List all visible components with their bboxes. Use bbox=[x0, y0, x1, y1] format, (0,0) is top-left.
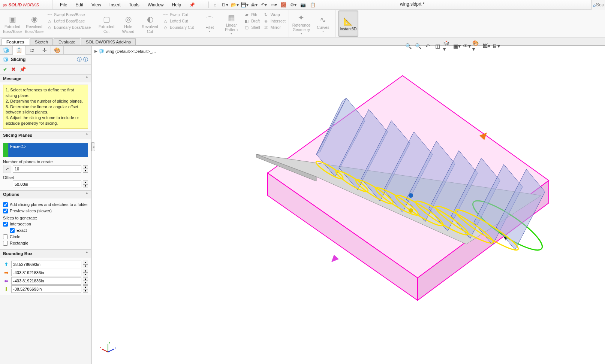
chevron-up-icon[interactable]: ˄ bbox=[86, 192, 88, 197]
swept-boss-button[interactable]: 〰Swept Boss/Base bbox=[46, 12, 91, 17]
menu-tools[interactable]: Tools bbox=[125, 1, 143, 9]
section-view-icon[interactable]: ◫ bbox=[433, 42, 442, 50]
spin-down-button[interactable]: ▼ bbox=[83, 184, 88, 188]
edit-appearance-icon[interactable]: 🎨▾ bbox=[472, 42, 481, 50]
linear-pattern-button[interactable]: ▦Linear Pattern▾ bbox=[221, 10, 241, 37]
open-icon[interactable]: 📂▾ bbox=[231, 1, 239, 9]
pm-pushpin-icon[interactable]: 📌 bbox=[19, 66, 26, 72]
slicing-plane-selection[interactable]: Face<1> bbox=[8, 143, 88, 157]
revolved-cut-button[interactable]: ◐Revolved Cut bbox=[140, 10, 160, 37]
undo-icon[interactable]: ↶▾ bbox=[260, 1, 268, 9]
panel-splitter[interactable]: ◂ bbox=[91, 142, 95, 151]
spin-up-button[interactable]: ▲ bbox=[83, 277, 88, 281]
spin-down-button[interactable]: ▼ bbox=[83, 289, 88, 293]
add-folder-checkbox[interactable]: Add slicing planes and sketches to a fol… bbox=[3, 202, 88, 207]
hole-wizard-button[interactable]: ◎Hole Wizard bbox=[118, 10, 138, 37]
expand-tree-icon[interactable]: ▶ bbox=[94, 49, 97, 53]
bbox-right-input[interactable] bbox=[11, 269, 81, 276]
pm-cancel-button[interactable]: ✖ bbox=[11, 66, 16, 72]
menu-edit[interactable]: Edit bbox=[72, 1, 87, 9]
bbox-down-input[interactable] bbox=[11, 285, 81, 293]
save-icon[interactable]: 💾▾ bbox=[240, 1, 249, 9]
menu-window[interactable]: Window bbox=[144, 1, 168, 9]
bbox-left-input[interactable] bbox=[11, 277, 81, 285]
new-doc-icon[interactable]: 🗋▾ bbox=[221, 1, 229, 9]
shell-button[interactable]: ▢Shell bbox=[243, 25, 261, 30]
boundary-boss-button[interactable]: ◇Boundary Boss/Base bbox=[46, 25, 91, 30]
swept-cut-button[interactable]: 〰Swept Cut bbox=[162, 12, 195, 17]
feature-manager-tab-icon[interactable]: 🧊 bbox=[0, 46, 13, 54]
menu-view[interactable]: View bbox=[88, 1, 105, 9]
circle-checkbox[interactable]: Circle bbox=[3, 234, 88, 239]
property-manager-tab-icon[interactable]: 📋 bbox=[13, 46, 25, 55]
spin-down-button[interactable]: ▼ bbox=[83, 281, 88, 285]
spin-down-button[interactable]: ▼ bbox=[83, 169, 88, 173]
orientation-triad[interactable]: x y z bbox=[99, 339, 117, 357]
apply-scene-icon[interactable]: 🖼▾ bbox=[482, 42, 490, 50]
configuration-manager-tab-icon[interactable]: 🗂 bbox=[25, 46, 38, 54]
extruded-boss-button[interactable]: ▣Extruded Boss/Base bbox=[2, 10, 22, 37]
lofted-cut-button[interactable]: △Lofted Cut bbox=[162, 18, 195, 24]
pm-help-icon[interactable]: ⓘ bbox=[83, 56, 88, 63]
chevron-up-icon[interactable]: ˄ bbox=[86, 251, 88, 256]
select-icon[interactable]: ▭▾ bbox=[270, 1, 278, 9]
intersection-checkbox[interactable]: Intersection bbox=[3, 222, 88, 227]
spin-up-button[interactable]: ▲ bbox=[83, 285, 88, 289]
boundary-cut-button[interactable]: ◇Boundary Cut bbox=[162, 25, 195, 30]
lofted-boss-button[interactable]: △Lofted Boss/Base bbox=[46, 18, 91, 24]
intersect-button[interactable]: ⊗Intersect bbox=[262, 18, 286, 24]
pm-help-detailed-icon[interactable]: ⓘ bbox=[77, 56, 82, 63]
tab-features[interactable]: Features bbox=[1, 38, 29, 45]
revolved-boss-button[interactable]: ◉Revolved Boss/Base bbox=[24, 10, 44, 37]
tab-evaluate[interactable]: Evaluate bbox=[54, 38, 80, 45]
view-settings-icon[interactable]: 🖥▾ bbox=[492, 42, 500, 50]
breadcrumb[interactable]: ▶ 🧊 wing (Default<<Default>_... bbox=[94, 49, 156, 54]
spin-up-button[interactable]: ▲ bbox=[83, 165, 88, 169]
display-manager-tab-icon[interactable]: 🎨 bbox=[51, 46, 64, 54]
wrap-button[interactable]: ↻Wrap bbox=[262, 12, 286, 17]
menu-insert[interactable]: Insert bbox=[106, 1, 124, 9]
rebuild-icon[interactable]: 🧱 bbox=[279, 1, 288, 9]
spin-down-button[interactable]: ▼ bbox=[83, 273, 88, 276]
chevron-up-icon[interactable]: ˄ bbox=[86, 133, 88, 138]
zoom-fit-icon[interactable]: 🔍 bbox=[404, 42, 412, 50]
spin-up-button[interactable]: ▲ bbox=[83, 261, 88, 264]
extruded-cut-button[interactable]: ▢Extruded Cut bbox=[96, 10, 117, 37]
mirror-button[interactable]: ⇄Mirror bbox=[262, 25, 286, 30]
draft-button[interactable]: ◧Draft bbox=[243, 18, 261, 24]
curves-button[interactable]: ∿Curves▾ bbox=[313, 10, 333, 37]
rectangle-checkbox[interactable]: Rectangle bbox=[3, 241, 88, 246]
instant3d-button[interactable]: 📐Instant3D bbox=[338, 10, 358, 37]
home-icon[interactable]: ⌂ bbox=[211, 1, 219, 9]
menu-file[interactable]: File bbox=[56, 1, 71, 9]
hide-show-icon[interactable]: 👁▾ bbox=[463, 42, 471, 50]
spin-up-button[interactable]: ▲ bbox=[83, 269, 88, 273]
exact-checkbox[interactable]: Exact bbox=[10, 228, 88, 233]
graphics-viewport[interactable]: ▶ 🧊 wing (Default<<Default>_... 🔍 🔍 ↶ ◫ … bbox=[91, 46, 605, 364]
tab-sketch[interactable]: Sketch bbox=[30, 38, 53, 45]
spin-up-button[interactable]: ▲ bbox=[83, 181, 88, 184]
num-planes-input[interactable] bbox=[13, 165, 81, 173]
clipboard-icon[interactable]: 📋 bbox=[308, 1, 317, 9]
pm-ok-button[interactable]: ✔ bbox=[3, 66, 7, 72]
options-icon[interactable]: ⚙▾ bbox=[289, 1, 297, 9]
menu-pin-icon[interactable]: 📌 bbox=[186, 1, 199, 9]
capture-icon[interactable]: 📷 bbox=[299, 1, 307, 9]
tab-addins[interactable]: SOLIDWORKS Add-Ins bbox=[81, 38, 136, 45]
previous-view-icon[interactable]: ↶ bbox=[424, 42, 432, 50]
reverse-direction-icon[interactable]: ↗ bbox=[3, 165, 11, 173]
zoom-area-icon[interactable]: 🔍 bbox=[414, 42, 422, 50]
search-input[interactable] bbox=[596, 2, 604, 7]
reference-geometry-button[interactable]: ✦Reference Geometry▾ bbox=[291, 10, 311, 37]
menu-help[interactable]: Help bbox=[168, 1, 185, 9]
bbox-up-input[interactable] bbox=[11, 261, 81, 268]
search-box[interactable]: ⌕ bbox=[591, 0, 605, 10]
dimxpert-tab-icon[interactable]: ✛ bbox=[38, 46, 51, 54]
spin-down-button[interactable]: ▼ bbox=[83, 264, 88, 268]
print-icon[interactable]: 🖶▾ bbox=[250, 1, 258, 9]
chevron-up-icon[interactable]: ˄ bbox=[86, 76, 88, 81]
offset-input[interactable] bbox=[13, 181, 81, 188]
rib-button[interactable]: ▰Rib bbox=[243, 12, 261, 17]
display-style-icon[interactable]: ▣▾ bbox=[453, 42, 461, 50]
fillet-button[interactable]: ⌒Fillet▾ bbox=[199, 10, 220, 37]
